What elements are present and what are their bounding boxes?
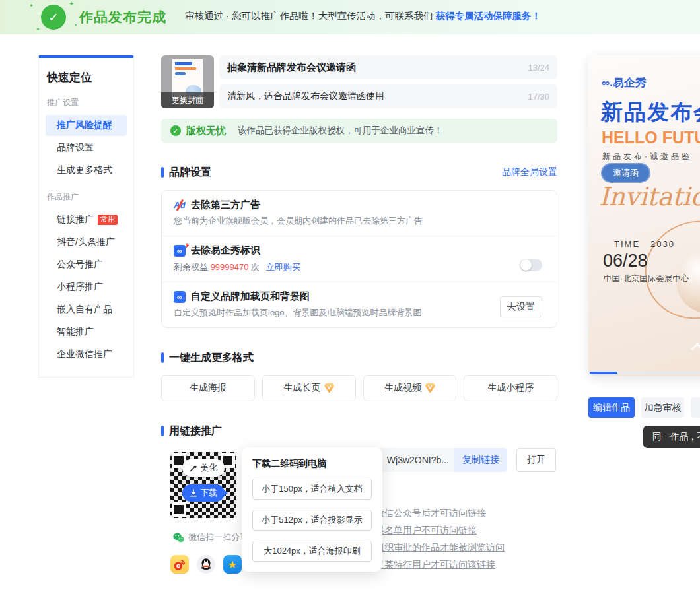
brand-settings-header: 品牌设置 品牌全局设置 bbox=[161, 165, 557, 180]
copyright-check-icon: ✓ bbox=[170, 125, 181, 136]
preview-actions: 编辑作品 加急审核 移 bbox=[588, 397, 700, 418]
work-desc-value: 清新风，适合品牌发布会议邀请函使用 bbox=[227, 90, 384, 102]
copyright-banner: ✓ 版权无忧 该作品已获得企业版权授权，可用于企业商业宣传！ bbox=[161, 119, 557, 143]
banner-subtitle: 审核通过 · 您可以推广作品啦！大型宣传活动，可联系我们 获得专属活动保障服务！ bbox=[185, 10, 541, 22]
success-check-icon: ✓ bbox=[41, 5, 66, 30]
invitation-script: Invitation bbox=[599, 182, 700, 211]
work-desc-input[interactable]: 清新风，适合品牌发布会议邀请函使用 17/30 bbox=[219, 84, 557, 108]
work-title-value: 抽象清新品牌发布会议邀请函 bbox=[227, 61, 356, 74]
quick-nav-sidebar: 快速定位 推广设置 推广风险提醒 品牌设置 生成更多格式 作品推广 链接推广 常… bbox=[38, 55, 134, 378]
preview-venue: 中国·北京国际会展中心 bbox=[604, 273, 689, 284]
qq-icon[interactable] bbox=[197, 555, 215, 574]
generate-video-button[interactable]: 生成视频 V bbox=[363, 375, 457, 401]
vip-service-link[interactable]: 获得专属活动保障服务！ bbox=[435, 11, 541, 21]
edit-work-button[interactable]: 编辑作品 bbox=[588, 397, 635, 418]
carousel-progress bbox=[590, 372, 700, 374]
banner-title: 作品发布完成 bbox=[79, 8, 166, 26]
go-setup-button[interactable]: 去设置 bbox=[500, 296, 542, 317]
preview-title: 新品发布会 bbox=[601, 98, 700, 127]
open-link-button[interactable]: 打开 bbox=[516, 448, 556, 472]
vip-icon: V bbox=[425, 383, 435, 393]
preview-time: TIME2030 bbox=[604, 239, 675, 249]
wand-icon bbox=[190, 464, 197, 472]
expedite-tooltip: 同一作品，不 bbox=[643, 426, 700, 448]
publish-success-page: ✦ ✦ ✦ ✦ ✓ 作品发布完成 审核通过 · 您可以推广作品啦！大型宣传活动，… bbox=[0, 0, 700, 596]
download-icon bbox=[190, 489, 197, 497]
sparkle-icon: ✦ bbox=[36, 26, 40, 32]
swipe-up-icon bbox=[691, 343, 700, 356]
generate-longpage-button[interactable]: 生成长页 V bbox=[262, 375, 356, 401]
invitation-badge: 邀请函 bbox=[601, 163, 650, 183]
work-title-input[interactable]: 抽象清新品牌发布会议邀请函 13/24 bbox=[219, 55, 557, 79]
desc-char-counter: 17/30 bbox=[528, 92, 549, 102]
title-char-counter: 13/24 bbox=[528, 63, 549, 73]
sidebar-item-official-account-promo[interactable]: 公众号推广 bbox=[46, 254, 127, 275]
sidebar-section-label: 作品推广 bbox=[39, 191, 133, 203]
yiqixiu-logo: ∞.易企秀 bbox=[602, 75, 647, 90]
remove-ads-icon: Ad bbox=[174, 199, 186, 211]
download-qr-button[interactable]: 下载 bbox=[182, 484, 225, 502]
generate-miniprogram-button[interactable]: 生成小程序 bbox=[464, 375, 557, 401]
brand-global-settings-link[interactable]: 品牌全局设置 bbox=[502, 166, 557, 178]
clipped-action-button[interactable]: 移 bbox=[691, 397, 700, 418]
qzone-icon[interactable]: ★ bbox=[223, 555, 242, 574]
preview-date: 06/28 bbox=[603, 251, 648, 271]
sidebar-title: 快速定位 bbox=[39, 70, 133, 85]
qr-size-512-option[interactable]: 小于512px，适合投影显示 bbox=[252, 510, 372, 531]
section-bar bbox=[161, 352, 164, 363]
qr-size-1024-option[interactable]: 大1024px，适合海报印刷 bbox=[252, 541, 372, 562]
brand-page-icon: ∞ bbox=[174, 291, 186, 303]
popup-title: 下载二维码到电脑 bbox=[252, 458, 372, 470]
wechat-icon bbox=[173, 533, 184, 543]
brand-settings-card: Ad 去除第三方广告 您当前为企业旗舰版会员，会员期内创建的作品已去除第三方广告… bbox=[161, 190, 557, 328]
sidebar-item-smart-promo[interactable]: 智能推广 bbox=[46, 321, 127, 343]
wechat-share-hint: 微信扫一扫分享 bbox=[173, 531, 248, 543]
sidebar-section-label: 推广设置 bbox=[39, 97, 133, 108]
sidebar-item-douyin-promo[interactable]: 抖音/头条推广 bbox=[46, 232, 127, 253]
sidebar-item-brand-settings[interactable]: 品牌设置 bbox=[46, 137, 127, 158]
remove-logo-toggle[interactable] bbox=[520, 259, 542, 271]
copyright-desc: 该作品已获得企业版权授权，可用于企业商业宣传！ bbox=[238, 125, 443, 137]
section-bar bbox=[161, 167, 164, 178]
expedite-review-button[interactable]: 加急审核 bbox=[641, 397, 684, 418]
beautify-qr-button[interactable]: 美化 bbox=[182, 459, 225, 477]
sidebar-item-risk-reminder[interactable]: 推广风险提醒 bbox=[46, 115, 127, 136]
preview-subtitle-en: HELLO FUTURE bbox=[602, 128, 700, 147]
remove-ads-row: Ad 去除第三方广告 您当前为企业旗舰版会员，会员期内创建的作品已去除第三方广告 bbox=[162, 191, 557, 236]
qr-size-150-option[interactable]: 小于150px，适合植入文档 bbox=[252, 479, 372, 500]
sparkle-icon: ✦ bbox=[74, 22, 77, 27]
hot-badge: 常用 bbox=[98, 215, 118, 225]
section-bar bbox=[161, 426, 164, 436]
weibo-icon[interactable] bbox=[170, 555, 189, 574]
qr-code[interactable]: 美化 下载 bbox=[170, 452, 236, 518]
sidebar-item-more-formats[interactable]: 生成更多格式 bbox=[46, 160, 127, 181]
cover-thumbnail[interactable]: 更换封面 bbox=[161, 55, 214, 108]
sparkle-icon: ✦ bbox=[29, 3, 34, 9]
preview-tagline: 新品发布·诚邀品鉴 bbox=[602, 151, 692, 162]
sidebar-item-embed-product[interactable]: 嵌入自有产品 bbox=[46, 299, 127, 320]
vip-icon: V bbox=[324, 383, 334, 393]
more-formats-header: 一键生成更多格式 bbox=[161, 350, 557, 365]
copyright-title: 版权无忧 bbox=[186, 125, 226, 137]
social-share-row: ★ bbox=[170, 555, 242, 574]
sidebar-item-miniprogram-promo[interactable]: 小程序推广 bbox=[46, 277, 127, 298]
custom-brand-row: ∞ 自定义品牌加载页和背景图 自定义预览时作品加载页logo、背景图及电脑端预览… bbox=[162, 282, 557, 327]
sparkle-icon: ✦ bbox=[69, 0, 74, 7]
copy-link-button[interactable]: 复制链接 bbox=[454, 448, 507, 472]
change-cover-button[interactable]: 更换封面 bbox=[161, 92, 214, 108]
remaining-rights-count: 99999470 bbox=[211, 262, 249, 272]
generate-poster-button[interactable]: 生成海报 bbox=[161, 375, 255, 401]
buy-now-link[interactable]: 立即购买 bbox=[266, 262, 300, 272]
success-banner: ✦ ✦ ✦ ✦ ✓ 作品发布完成 审核通过 · 您可以推广作品啦！大型宣传活动，… bbox=[0, 0, 700, 34]
sidebar-item-link-promo[interactable]: 链接推广 常用 bbox=[46, 209, 127, 230]
link-promo-header: 用链接推广 bbox=[161, 424, 557, 438]
remove-logo-row: ∞ 去除易企秀标识 剩余权益 99999470 次 立即购买 bbox=[162, 236, 557, 282]
download-qr-popup: 下载二维码到电脑 小于150px，适合植入文档 小于512px，适合投影显示 大… bbox=[242, 447, 382, 572]
sidebar-item-wecom-promo[interactable]: 企业微信推广 bbox=[46, 344, 127, 365]
remove-logo-icon: ∞ bbox=[174, 245, 186, 257]
work-preview: ∞.易企秀 新品发布会 HELLO FUTURE 新品发布·诚邀品鉴 邀请函 I… bbox=[588, 55, 700, 376]
